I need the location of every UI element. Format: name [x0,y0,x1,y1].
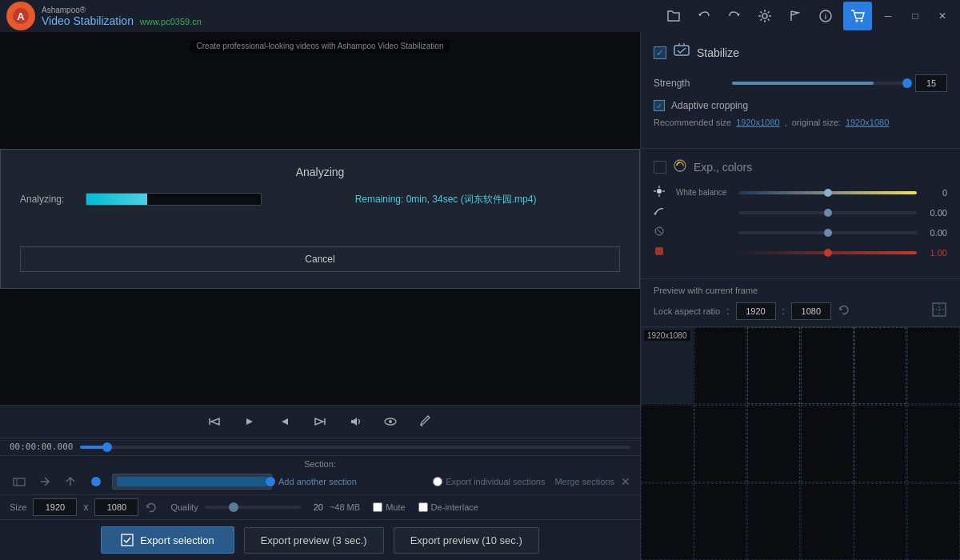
section-bar: Section: Add another section [0,455,640,494]
preview-controls: Lock aspect ratio : : [654,302,947,320]
preview-size-label: 1920x1080 [644,330,690,341]
strength-label: Strength [654,78,726,89]
export-preview-10s-button[interactable]: Export preview (10 sec.) [394,527,539,554]
reset-size-button[interactable] [145,501,158,514]
wb-label: White balance [676,188,732,197]
preview-cell [854,483,907,560]
app-subtitle: www.pc0359.cn [140,17,202,26]
timeline-track[interactable] [80,446,630,449]
saturation-value: 0.00 [923,228,947,238]
exp-colors-checkbox[interactable] [654,161,666,174]
preview-cell [747,405,800,482]
width-input[interactable] [33,498,77,516]
curve-thumb[interactable] [824,209,832,217]
original-size[interactable]: 1920x1080 [846,118,889,127]
preview-grid [641,327,960,560]
export-selection-button[interactable]: Export selection [101,526,234,554]
prev-frame-button[interactable] [203,410,226,433]
settings-button[interactable] [752,3,778,29]
lock-aspect-label: Lock aspect ratio [654,306,720,316]
height-input[interactable] [94,498,138,516]
section-icon-3[interactable] [61,472,80,491]
preview-cell [694,327,747,404]
export-preview-3s-label: Export preview (3 sec.) [261,534,367,546]
red-slider[interactable] [738,251,917,254]
section-track[interactable] [112,474,272,490]
quality-value: 20 [314,502,323,512]
stabilize-checkbox[interactable]: ✓ [654,46,666,59]
curve-value: 0.00 [923,208,947,218]
saturation-thumb[interactable] [824,229,832,237]
next-frame-button[interactable] [309,410,331,433]
preview-cell [801,327,854,404]
folder-button[interactable] [661,3,686,29]
timeline-thumb[interactable] [102,442,112,452]
section-thumb-icon[interactable] [86,472,106,491]
modal-label: Analyzing: [20,194,76,205]
left-panel: Create professional-looking videos with … [0,32,640,560]
add-section-button[interactable]: Add another section [278,477,357,486]
cart-button[interactable] [843,2,872,30]
cancel-button[interactable]: Cancel [20,246,620,272]
adaptive-label: Adaptive cropping [671,100,748,111]
saturation-slider[interactable] [738,231,917,234]
play-button[interactable] [274,410,296,433]
preview-height-input[interactable] [791,302,831,320]
deinterlace-checkbox-label[interactable]: De-interlace [418,502,478,512]
section-end-thumb[interactable] [266,477,275,486]
progress-bar [86,193,262,206]
wb-slider[interactable] [738,191,917,194]
curve-slider[interactable] [738,211,917,214]
info-button[interactable]: i [813,3,838,29]
adaptive-checkbox[interactable]: ✓ [654,100,665,111]
close-button[interactable]: ✕ [931,5,954,27]
red-thumb[interactable] [824,249,832,257]
preview-cell [641,405,694,482]
strength-slider[interactable] [732,82,909,85]
preview-cell [907,405,960,482]
recommended-size[interactable]: 1920x1080 [736,118,779,127]
flag-button[interactable] [782,3,808,29]
mute-label: Mute [386,502,405,512]
stabilize-header: ✓ Stabilize [654,42,947,63]
preview-label: Preview with current frame [654,286,947,295]
merge-sections-label: Merge sections [554,477,614,486]
wb-thumb[interactable] [824,189,832,197]
section-icon-2[interactable] [35,472,54,491]
minimize-button[interactable]: ─ [877,5,899,27]
quality-slider[interactable] [205,506,301,509]
export-individual-radio[interactable]: Export individual sections [433,477,545,486]
undo-button[interactable] [691,3,717,29]
edit-button[interactable] [414,410,437,433]
view-button[interactable] [379,410,402,433]
svg-rect-11 [122,534,133,546]
quality-label: Quality [170,502,198,512]
app-brand: Ashampoo® [42,6,202,14]
strength-fill [732,82,874,85]
volume-button[interactable] [344,410,366,433]
saturation-row: 0.00 [654,226,947,239]
deinterlace-checkbox[interactable] [418,502,428,512]
modal-overlay: Analyzing Analyzing: Remaining: 0min, 34… [0,32,640,405]
mute-checkbox[interactable] [373,502,382,512]
mute-checkbox-label[interactable]: Mute [373,502,405,512]
titlebar-controls: i ─ □ ✕ [661,2,954,30]
size-x-separator: x [83,502,88,513]
preview-width-input[interactable] [736,302,776,320]
redo-button[interactable] [722,3,747,29]
main-layout: Create professional-looking videos with … [0,32,960,560]
titlebar: A Ashampoo® Video Stabilization www.pc03… [0,0,960,32]
maximize-button[interactable]: □ [904,5,926,27]
section-close-button[interactable]: ✕ [621,475,630,488]
red-row: 1.00 [654,246,947,259]
export-preview-3s-button[interactable]: Export preview (3 sec.) [244,527,384,554]
preview-cell [641,483,694,560]
section-label: Section: [10,459,630,469]
strength-value[interactable]: 15 [915,74,947,92]
section-icon-1[interactable] [10,472,29,491]
play-back-button[interactable] [238,410,261,433]
strength-thumb[interactable] [902,78,912,88]
preview-refresh-button[interactable] [838,303,850,318]
svg-rect-12 [674,46,689,55]
quality-thumb[interactable] [229,502,238,512]
